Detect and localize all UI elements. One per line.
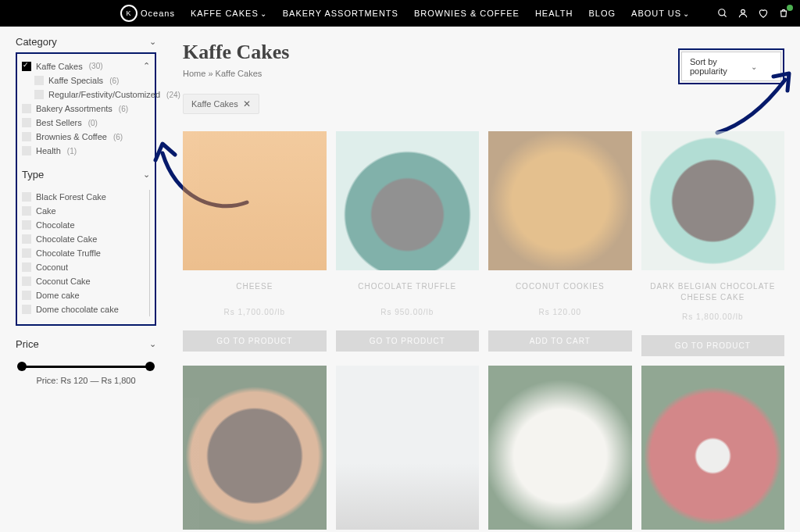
brand-logo[interactable]: K Oceans — [120, 5, 175, 22]
checkbox-icon[interactable] — [22, 118, 31, 127]
product-thumb — [641, 366, 785, 530]
filter-category-heading[interactable]: Category ⌄ — [16, 31, 156, 52]
cat-brownies-coffee[interactable]: Brownies & Coffee (6) — [22, 130, 150, 144]
chevron-down-icon: ⌄ — [149, 339, 156, 349]
top-navigation: K Oceans KAFFE CAKES BAKERY ASSORTMENTS … — [0, 0, 800, 27]
type-item[interactable]: Coconut Cake — [22, 274, 146, 288]
type-item[interactable]: Coconut — [22, 260, 146, 274]
cat-regular-festivity[interactable]: Regular/Festivity/Customized (24) — [22, 87, 150, 102]
product-card[interactable]: BLACK FOREST — [183, 366, 327, 532]
checkbox-icon[interactable] — [22, 248, 31, 258]
product-title: CHOCOLATE TRUFFLE — [336, 281, 480, 298]
active-filter-chip[interactable]: Kaffe Cakes ✕ — [183, 94, 259, 114]
account-icon[interactable] — [738, 8, 748, 19]
breadcrumb-sep: » — [205, 69, 215, 78]
type-item[interactable]: Chocolate — [22, 218, 146, 232]
product-thumb — [488, 366, 632, 530]
product-thumb — [183, 131, 327, 270]
checkbox-icon[interactable] — [34, 90, 44, 99]
nav-bakery[interactable]: BAKERY ASSORTMENTS — [283, 9, 398, 18]
svg-point-2 — [741, 9, 745, 13]
nav-kaffe-cakes[interactable]: KAFFE CAKES — [191, 9, 267, 18]
nav-health[interactable]: HEALTH — [535, 9, 573, 18]
type-list-scroll[interactable]: Black Forest CakeCakeChocolateChocolate … — [22, 190, 150, 316]
checkbox-icon[interactable] — [22, 277, 31, 286]
chevron-down-icon: ⌄ — [143, 170, 150, 180]
svg-line-1 — [724, 15, 727, 17]
product-thumb — [488, 131, 632, 270]
checkbox-icon[interactable] — [22, 220, 31, 230]
wishlist-icon[interactable] — [758, 8, 769, 19]
cart-icon[interactable] — [778, 8, 789, 19]
checkbox-icon[interactable] — [22, 262, 31, 272]
nav-blog[interactable]: BLOG — [589, 9, 616, 18]
chevron-down-icon: ⌄ — [149, 37, 156, 47]
type-label: Dome chocolate cake — [36, 305, 119, 314]
product-thumb — [336, 366, 480, 530]
product-grid: CHEESE Rs 1,700.00/lb GO TO PRODUCT CHOC… — [183, 131, 784, 532]
type-item[interactable]: Chocolate Cake — [22, 232, 146, 246]
product-card[interactable]: CHOCOLATE TRUFFLE Rs 950.00/lb GO TO PRO… — [336, 131, 480, 356]
sort-highlight: Sort by popularity ⌄ — [678, 48, 784, 84]
nav-brownies[interactable]: BROWNIES & COFFEE — [414, 9, 520, 18]
product-card[interactable]: WHITE FOREST — [488, 366, 632, 532]
filter-price-heading[interactable]: Price ⌄ — [16, 334, 156, 355]
price-range-text: Price: Rs 120 — Rs 1,800 — [16, 376, 156, 385]
product-card[interactable]: COCONUT COOKIES Rs 120.00 ADD TO CART — [488, 131, 632, 356]
chevron-up-icon: ⌃ — [143, 61, 150, 71]
product-title: CHEESE — [183, 281, 327, 298]
cat-kaffe-specials[interactable]: Kaffe Specials (6) — [22, 73, 150, 87]
search-icon[interactable] — [717, 8, 728, 19]
checkbox-icon[interactable] — [22, 206, 31, 216]
logo-icon: K — [120, 5, 138, 22]
type-label: Dome cake — [36, 291, 80, 300]
product-card[interactable]: DARK BELGIAN CHOCOLATE CHEESE CAKE Rs 1,… — [641, 131, 785, 356]
checkbox-icon[interactable] — [22, 132, 31, 141]
type-item[interactable]: Black Forest Cake — [22, 190, 146, 204]
checkbox-icon[interactable] — [22, 146, 31, 155]
checkbox-icon[interactable] — [22, 305, 31, 314]
go-to-product-button[interactable]: GO TO PRODUCT — [336, 330, 480, 352]
go-to-product-button[interactable]: GO TO PRODUCT — [641, 335, 785, 356]
checkbox-icon[interactable] — [22, 234, 31, 244]
sort-dropdown[interactable]: Sort by popularity ⌄ — [681, 52, 781, 81]
price-slider[interactable]: Price: Rs 120 — Rs 1,800 — [16, 366, 156, 385]
product-price: Rs 1,800.00/lb — [641, 312, 785, 321]
checkbox-icon[interactable] — [22, 291, 31, 300]
type-label: Chocolate Truffle — [36, 248, 101, 258]
filter-chip-label: Kaffe Cakes — [191, 99, 238, 109]
type-item[interactable]: Cake — [22, 204, 146, 218]
checkbox-icon[interactable] — [22, 104, 31, 113]
nav-about[interactable]: ABOUT US — [631, 9, 690, 18]
svg-point-0 — [719, 9, 725, 16]
product-thumb — [641, 131, 785, 270]
product-title: COCONUT COOKIES — [488, 281, 632, 298]
add-to-cart-button[interactable]: ADD TO CART — [488, 330, 632, 352]
type-item[interactable]: Dome cake — [22, 288, 146, 302]
checkbox-icon[interactable] — [22, 62, 31, 71]
product-card[interactable]: CHEESE Rs 1,700.00/lb GO TO PRODUCT — [183, 131, 327, 356]
cat-kaffe-cakes[interactable]: Kaffe Cakes (30) ⌃ — [22, 59, 150, 73]
type-item[interactable]: Dome chocolate cake — [22, 302, 146, 316]
slider-handle-min[interactable] — [17, 362, 27, 371]
go-to-product-button[interactable]: GO TO PRODUCT — [183, 330, 327, 352]
type-label: Chocolate Cake — [36, 234, 97, 244]
slider-handle-max[interactable] — [145, 362, 155, 371]
breadcrumb-home[interactable]: Home — [183, 69, 205, 78]
category-label: Regular/Festivity/Customized — [48, 90, 160, 99]
filter-type-heading[interactable]: Type ⌄ — [22, 164, 150, 185]
product-card[interactable]: BENTO BROWNIE — [336, 366, 480, 532]
cat-health[interactable]: Health (1) — [22, 144, 150, 158]
cat-bakery-assort[interactable]: Bakery Assortments (6) — [22, 102, 150, 116]
cat-best-sellers[interactable]: Best Sellers (0) — [22, 116, 150, 130]
category-label: Health — [36, 146, 61, 155]
category-count: (6) — [113, 133, 123, 141]
type-label: Chocolate — [36, 220, 75, 230]
main-content: Kaffe Cakes Home » Kaffe Cakes Sort by p… — [164, 27, 800, 532]
product-card[interactable]: RED VELVET — [641, 366, 785, 532]
close-icon[interactable]: ✕ — [243, 98, 251, 109]
checkbox-icon[interactable] — [34, 76, 44, 85]
category-label: Brownies & Coffee — [36, 132, 107, 141]
checkbox-icon[interactable] — [22, 192, 31, 202]
type-item[interactable]: Chocolate Truffle — [22, 246, 146, 260]
